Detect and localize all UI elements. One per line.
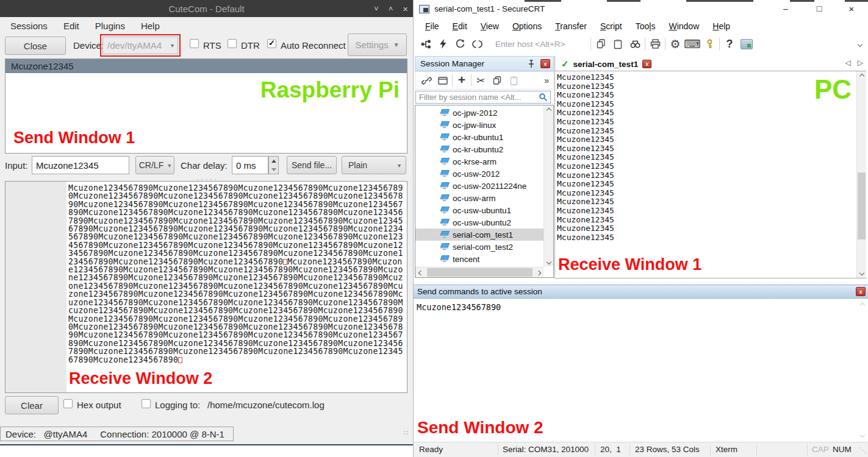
maximize-icon[interactable]: ˄ xyxy=(389,4,393,13)
menu-item-window[interactable]: Window xyxy=(662,21,706,31)
rts-checkbox[interactable] xyxy=(190,39,199,48)
send-commands-close-icon[interactable]: x xyxy=(856,287,866,296)
print-icon[interactable] xyxy=(648,37,662,51)
dtr-checkbox[interactable] xyxy=(228,39,237,48)
receive-panel[interactable]: Mcuzone1234567890Mcuzone1234567890Mcuzon… xyxy=(5,181,407,393)
key-icon[interactable] xyxy=(702,37,717,51)
line-ending-dropdown[interactable]: CR/LF ▾ xyxy=(135,156,174,174)
clear-button[interactable]: Clear xyxy=(5,396,59,414)
disconnect-icon[interactable] xyxy=(470,37,484,51)
session-item-oc-kr-ubuntu2[interactable]: oc-kr-ubuntu2 xyxy=(415,143,543,155)
settings-button[interactable]: Settings ▼ xyxy=(348,34,407,56)
session-filter-input[interactable]: Filter by session name <Alt... xyxy=(415,91,551,104)
scroll-down-icon[interactable] xyxy=(859,271,864,275)
minimize-icon[interactable]: ˅ xyxy=(374,4,379,13)
close-icon[interactable]: × xyxy=(842,2,861,15)
find-icon[interactable] xyxy=(628,37,642,51)
vscroll-thumb[interactable] xyxy=(858,172,866,239)
cutecom-titlebar[interactable]: CuteCom - Default ˅ ˄ × xyxy=(0,0,413,17)
session-list-vscrollbar[interactable] xyxy=(543,105,553,267)
menu-item-plugins[interactable]: Plugins xyxy=(87,17,133,34)
reconnect-icon[interactable] xyxy=(453,37,467,51)
resize-grip-icon[interactable]: ∷ xyxy=(404,429,408,437)
menu-item-view[interactable]: View xyxy=(474,21,506,31)
session-item-tencent[interactable]: tencent xyxy=(415,253,543,265)
send-commands-input[interactable]: Mcuzone1234567890 Send Window 2 xyxy=(414,299,868,442)
scroll-up-icon[interactable] xyxy=(859,74,864,79)
char-delay-field[interactable]: 0 ms xyxy=(232,156,268,174)
pin-icon[interactable] xyxy=(528,60,535,71)
menu-item-help[interactable]: Help xyxy=(706,21,737,31)
maximize-icon[interactable]: □ xyxy=(810,2,828,15)
menu-item-options[interactable]: Options xyxy=(506,21,548,31)
terminal-area[interactable]: Mcuzone12345Mcuzone12345Mcuzone12345Mcuz… xyxy=(554,71,866,278)
menu-item-file[interactable]: File xyxy=(418,21,446,31)
scroll-left-icon[interactable] xyxy=(418,271,423,275)
toolbar-more-icon[interactable]: » xyxy=(544,76,549,85)
paste-session-icon[interactable] xyxy=(506,73,521,88)
host-input[interactable]: Enter host <Alt+R> xyxy=(495,40,588,49)
copy-session-icon[interactable] xyxy=(490,73,504,88)
auto-reconnect-checkbox[interactable] xyxy=(267,39,276,48)
session-item-serial-com_test2[interactable]: serial-com_test2 xyxy=(415,241,543,253)
session-list-hscrollbar[interactable] xyxy=(415,267,543,277)
logging-checkbox[interactable] xyxy=(142,399,151,408)
stepper-down-icon[interactable] xyxy=(271,168,276,171)
session-manager-toggle-icon[interactable] xyxy=(418,37,433,51)
toolbar-overflow-icon[interactable] xyxy=(858,42,863,47)
session-manager-close-icon[interactable]: x xyxy=(540,59,550,68)
menu-item-tools[interactable]: Tools xyxy=(629,21,662,31)
session-item-oc-krse-arm[interactable]: oc-krse-arm xyxy=(415,155,543,168)
scroll-down-icon[interactable] xyxy=(860,433,865,438)
paste-icon[interactable] xyxy=(611,37,625,51)
keyboard-icon[interactable]: ⌨ xyxy=(685,37,700,51)
stepper-up-icon[interactable] xyxy=(271,160,276,163)
send-file-button[interactable]: Send file... xyxy=(287,156,337,174)
quick-connect-icon[interactable] xyxy=(436,37,450,51)
session-item-oc-usw-ubuntu2[interactable]: oc-usw-ubuntu2 xyxy=(415,216,543,228)
menu-item-script[interactable]: Script xyxy=(594,21,629,31)
session-item-oc-kr-ubuntu1[interactable]: oc-kr-ubuntu1 xyxy=(415,131,543,143)
menu-item-help[interactable]: Help xyxy=(133,17,168,34)
session-item-oc-jpw-2012[interactable]: oc-jpw-2012 xyxy=(415,107,543,119)
gear-icon[interactable]: ⚙ xyxy=(668,37,683,51)
device-combobox[interactable]: /dev/ttyAMA4 ▾ xyxy=(102,37,178,54)
input-field[interactable]: Mcuzone12345 xyxy=(32,156,129,174)
cut-icon[interactable]: ✂ xyxy=(473,73,488,88)
session-manager-header[interactable]: Session Manager x xyxy=(415,56,554,71)
help-icon[interactable]: ? xyxy=(722,37,737,51)
securecrt-titlebar[interactable]: serial-com_test1 - SecureCRT – □ × xyxy=(414,0,868,18)
session-item-oc-usw-2012[interactable]: oc-usw-2012 xyxy=(415,168,543,180)
menu-item-sessions[interactable]: Sessions xyxy=(2,17,56,34)
send-commands-bar[interactable]: Send commands to active session x xyxy=(414,285,868,299)
hex-output-checkbox[interactable] xyxy=(63,399,73,408)
session-item-serial-com_test1[interactable]: serial-com_test1 xyxy=(415,228,543,241)
tab-scroll-left-icon[interactable]: ◁ xyxy=(845,58,851,67)
menu-item-edit[interactable]: Edit xyxy=(446,21,474,31)
connect-session-icon[interactable] xyxy=(419,73,434,88)
tab-close-icon[interactable]: x xyxy=(642,60,651,68)
minimize-icon[interactable]: – xyxy=(777,2,795,15)
connect-in-tab-icon[interactable] xyxy=(436,73,450,88)
char-delay-stepper[interactable] xyxy=(268,156,279,174)
hscroll-thumb[interactable] xyxy=(427,268,533,277)
close-icon[interactable]: × xyxy=(403,4,408,14)
scroll-down-icon[interactable] xyxy=(546,260,551,264)
search-icon[interactable] xyxy=(539,93,548,104)
session-options-icon[interactable] xyxy=(739,37,754,51)
send-history-panel[interactable]: Mcuzone12345 Raspberry Pi Send Window 1 xyxy=(5,58,407,154)
scroll-up-icon[interactable] xyxy=(546,108,551,113)
send-history-selected-row[interactable]: Mcuzone12345 xyxy=(5,59,407,73)
display-mode-dropdown[interactable]: Plain ▾ xyxy=(342,156,406,174)
session-item-oc-usw-arm[interactable]: oc-usw-arm xyxy=(415,192,543,204)
receive-text-area[interactable]: Mcuzone1234567890Mcuzone1234567890Mcuzon… xyxy=(66,182,407,392)
resize-grip-icon[interactable]: ⋱ xyxy=(859,446,866,455)
terminal-output[interactable]: Mcuzone12345Mcuzone12345Mcuzone12345Mcuz… xyxy=(557,73,855,277)
session-item-oc-usw-ubuntu1[interactable]: oc-usw-ubuntu1 xyxy=(415,204,543,216)
session-item-oc-usw-20211224ne[interactable]: oc-usw-20211224ne xyxy=(415,180,543,192)
close-connection-button[interactable]: Close xyxy=(5,37,66,55)
tab-scroll-right-icon[interactable]: ▷ xyxy=(858,58,863,67)
menu-item-edit[interactable]: Edit xyxy=(56,17,87,34)
new-session-icon[interactable]: + xyxy=(454,73,469,87)
session-item-oc-jpw-linux[interactable]: oc-jpw-linux xyxy=(415,119,543,131)
